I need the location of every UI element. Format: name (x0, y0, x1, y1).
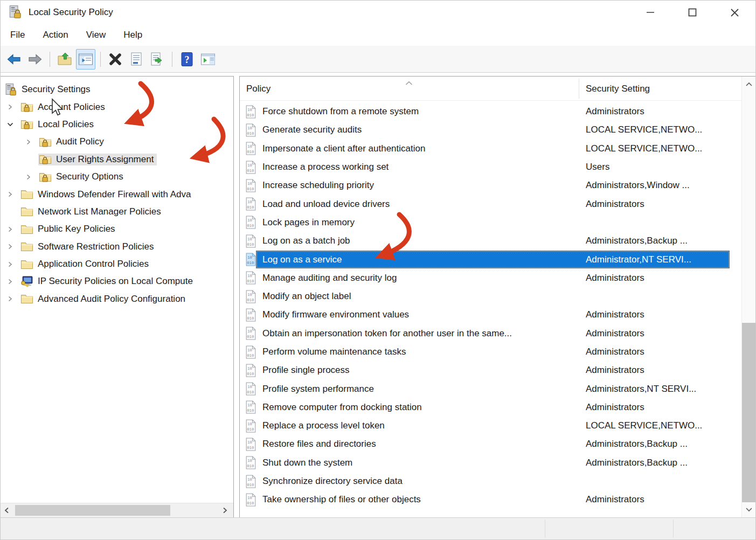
chevron-right-icon[interactable] (25, 139, 38, 145)
tree-item-advanced-audit-policy-configuration[interactable]: Advanced Audit Policy Configuration (1, 290, 233, 308)
policy-row-lock-pages-in-memory[interactable]: 10010Lock pages in memory (240, 213, 730, 232)
menu-help[interactable]: Help (122, 29, 144, 41)
svg-text:10: 10 (247, 237, 252, 241)
svg-text:010: 010 (247, 187, 254, 191)
policy-row-synchronize-directory-service-data[interactable]: 10010Synchronize directory service data (240, 472, 730, 490)
tree-item-target[interactable]: Application Control Policies (20, 258, 152, 270)
chevron-right-icon[interactable] (7, 244, 20, 250)
tree-item-windows-defender-firewall-with-adva[interactable]: Windows Defender Firewall with Adva (1, 185, 233, 203)
horizontal-scroll-thumb[interactable] (15, 505, 170, 516)
tree-item-target[interactable]: Audit Policy (38, 136, 107, 148)
chevron-right-icon[interactable] (7, 226, 20, 232)
policy-row-impersonate-a-client-after-authentication[interactable]: 10010Impersonate a client after authenti… (240, 140, 730, 158)
svg-text:10: 10 (247, 219, 252, 223)
policy-row-modify-firmware-environment-values[interactable]: 10010Modify firmware environment valuesA… (240, 306, 730, 324)
tree-item-target[interactable]: Software Restriction Policies (20, 241, 157, 253)
tree-item-audit-policy[interactable]: Audit Policy (1, 133, 233, 150)
tree-item-target[interactable]: Advanced Audit Policy Configuration (20, 293, 189, 305)
scroll-left-arrow[interactable] (1, 503, 13, 517)
tree-item-target[interactable]: Local Policies (20, 119, 97, 130)
properties-button[interactable] (127, 49, 146, 70)
tree-item-target[interactable]: Network List Manager Policies (20, 206, 164, 218)
help-button[interactable]: ? (177, 49, 197, 70)
minimize-button[interactable] (629, 1, 671, 24)
policy-row-replace-a-process-level-token[interactable]: 10010Replace a process level tokenLOCAL … (240, 417, 730, 435)
folder-icon (20, 241, 36, 252)
delete-button[interactable] (106, 49, 125, 70)
policy-row-modify-an-object-label[interactable]: 10010Modify an object label (240, 287, 730, 306)
policy-row-load-and-unload-device-drivers[interactable]: 10010Load and unload device driversAdmin… (240, 195, 730, 213)
policy-document-icon: 10010 (245, 105, 257, 119)
tree-item-target[interactable]: IP Security Policies on Local Compute (20, 275, 196, 288)
policy-row-shut-down-the-system[interactable]: 10010Shut down the systemAdministrators,… (240, 454, 730, 472)
maximize-button[interactable] (671, 1, 713, 24)
tree-item-security-settings[interactable]: Security Settings (1, 81, 233, 98)
policy-row-profile-single-process[interactable]: 10010Profile single processAdministrator… (240, 361, 730, 379)
svg-text:10: 10 (247, 163, 252, 168)
tree-item-target[interactable]: Security Options (38, 171, 127, 183)
forward-button[interactable] (25, 49, 45, 70)
policy-document-icon: 10010 (245, 419, 257, 433)
show-hide-action-pane-button[interactable] (198, 49, 218, 70)
tree-item-network-list-manager-policies[interactable]: Network List Manager Policies (1, 203, 233, 220)
chevron-right-icon[interactable] (7, 279, 20, 285)
list-vertical-scrollbar[interactable] (741, 77, 755, 517)
tree-item-user-rights-assignment[interactable]: User Rights Assignment (1, 151, 233, 168)
tree-item-target[interactable]: Account Policies (20, 101, 108, 113)
svg-text:10: 10 (247, 330, 252, 334)
policy-row-restore-files-and-directories[interactable]: 10010Restore files and directoriesAdmini… (240, 435, 730, 453)
column-divider[interactable] (579, 79, 579, 99)
policy-row-profile-system-performance[interactable]: 10010Profile system performanceAdministr… (240, 379, 730, 398)
tree-item-application-control-policies[interactable]: Application Control Policies (1, 255, 233, 273)
policy-row-take-ownership-of-files-or-other-objects[interactable]: 10010Take ownership of files or other ob… (240, 490, 730, 509)
policy-document-icon: 10010 (245, 290, 257, 303)
tree-item-target[interactable]: Security Settings (4, 82, 94, 97)
column-header-security-setting[interactable]: Security Setting (586, 84, 650, 94)
tree-item-target[interactable]: Public Key Policies (20, 223, 119, 235)
show-hide-console-tree-button[interactable] (76, 49, 95, 70)
column-header-policy[interactable]: Policy (246, 84, 271, 94)
chevron-right-icon[interactable] (7, 296, 20, 302)
policy-name-cell: Profile system performance (262, 384, 586, 394)
tree-item-account-policies[interactable]: Account Policies (1, 98, 233, 115)
policy-row-force-shutdown-from-a-remote-system[interactable]: 10010Force shutdown from a remote system… (240, 102, 730, 121)
chevron-down-icon[interactable] (7, 121, 20, 127)
policy-row-log-on-as-a-batch-job[interactable]: 10010Log on as a batch jobAdministrators… (240, 232, 730, 250)
policy-row-log-on-as-a-service[interactable]: 10010Log on as a serviceAdministrator,NT… (240, 250, 730, 268)
tree-horizontal-scrollbar[interactable] (1, 503, 233, 517)
scroll-down-arrow[interactable] (742, 503, 755, 516)
tree-item-target[interactable]: User Rights Assignment (38, 154, 157, 165)
scroll-up-arrow[interactable] (742, 78, 755, 91)
vertical-scroll-thumb[interactable] (742, 323, 755, 502)
action-pane-icon (200, 53, 216, 66)
export-list-button[interactable] (148, 49, 167, 70)
security-setting-cell: LOCAL SERVICE,NETWO... (586, 420, 702, 431)
tree-item-ip-security-policies-on-local-compute[interactable]: IP Security Policies on Local Compute (1, 273, 233, 290)
policy-row-increase-scheduling-priority[interactable]: 10010Increase scheduling priorityAdminis… (240, 176, 730, 195)
scroll-right-arrow[interactable] (218, 503, 231, 517)
policy-row-obtain-an-impersonation-token-for-another-user-in-the-same[interactable]: 10010Obtain an impersonation token for a… (240, 324, 730, 343)
tree-item-software-restriction-policies[interactable]: Software Restriction Policies (1, 238, 233, 255)
policy-row-generate-security-audits[interactable]: 10010Generate security auditsLOCAL SERVI… (240, 121, 730, 139)
close-button[interactable] (713, 1, 755, 24)
chevron-right-icon[interactable] (7, 261, 20, 267)
tree-item-security-options[interactable]: Security Options (1, 168, 233, 185)
policy-row-manage-auditing-and-security-log[interactable]: 10010Manage auditing and security logAdm… (240, 269, 730, 287)
tree-item-public-key-policies[interactable]: Public Key Policies (1, 220, 233, 238)
tree-item-local-policies[interactable]: Local Policies (1, 116, 233, 133)
back-button[interactable] (4, 49, 24, 70)
chevron-right-icon[interactable] (7, 104, 20, 110)
folder-icon (20, 259, 36, 269)
tree-item-target[interactable]: Windows Defender Firewall with Adva (20, 189, 194, 200)
chevron-right-icon[interactable] (25, 174, 38, 180)
menu-view[interactable]: View (85, 29, 108, 41)
menu-action[interactable]: Action (41, 29, 70, 41)
svg-text:010: 010 (247, 261, 254, 265)
policy-row-remove-computer-from-docking-station[interactable]: 10010Remove computer from docking statio… (240, 398, 730, 417)
up-one-level-button[interactable] (55, 49, 74, 70)
menu-file[interactable]: File (9, 29, 26, 41)
policy-row-increase-a-process-working-set[interactable]: 10010Increase a process working setUsers (240, 158, 730, 176)
policy-name-cell: Perform volume maintenance tasks (262, 347, 586, 357)
chevron-right-icon[interactable] (7, 191, 20, 197)
policy-row-perform-volume-maintenance-tasks[interactable]: 10010Perform volume maintenance tasksAdm… (240, 343, 730, 361)
